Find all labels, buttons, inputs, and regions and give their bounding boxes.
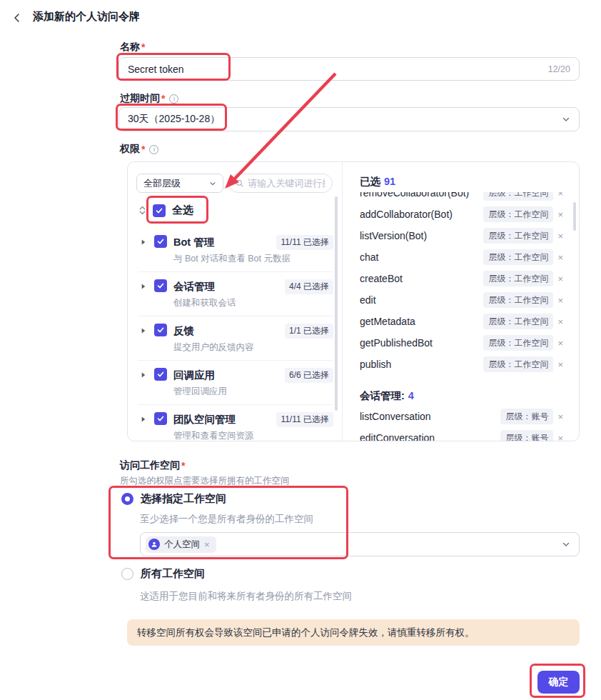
remove-icon[interactable]: × <box>557 231 563 241</box>
permission-name: edit <box>360 294 376 306</box>
remove-icon[interactable]: × <box>557 317 563 326</box>
select-all-checkbox[interactable] <box>153 204 166 217</box>
remove-icon[interactable]: × <box>557 210 563 219</box>
required-asterisk: * <box>181 460 185 471</box>
option-all-workspaces[interactable]: 所有工作空间 <box>121 567 205 581</box>
remove-icon[interactable]: × <box>557 296 563 305</box>
permission-name: removeCollaborator(Bot) <box>360 192 469 199</box>
chevron-left-icon <box>12 13 22 23</box>
selected-count: 91 <box>384 176 395 187</box>
caret-right-icon[interactable] <box>138 371 148 398</box>
required-asterisk: * <box>161 93 165 104</box>
permission-name: chat <box>360 251 378 263</box>
radio-selected-icon[interactable] <box>121 493 133 505</box>
name-input[interactable] <box>128 64 548 75</box>
caret-right-icon[interactable] <box>138 416 148 441</box>
permission-name: getMetadata <box>360 316 415 327</box>
group-checkbox[interactable] <box>154 279 167 292</box>
group-checkbox[interactable] <box>154 324 167 336</box>
group-desc: 管理回调应用 <box>173 386 333 398</box>
permission-group-row[interactable]: Bot 管理11/11 已选择 与 Bot 对话和查看 Bot 元数据 <box>138 228 333 272</box>
permission-group-row[interactable]: 回调应用6/6 已选择 管理回调应用 <box>138 361 333 405</box>
collapse-all-icon[interactable] <box>138 205 146 216</box>
caret-right-icon[interactable] <box>138 327 148 354</box>
remove-icon[interactable]: × <box>557 339 563 348</box>
confirm-button[interactable]: 确定 <box>537 671 580 694</box>
search-input[interactable] <box>248 178 325 189</box>
group-name: 团队空间管理 <box>173 413 236 426</box>
warning-banner: 转移空间所有权会导致该空间已申请的个人访问令牌失效，请慎重转移所有权。 <box>127 619 580 646</box>
permission-panel: 全部层级 全选 <box>127 161 580 441</box>
workspace-tag-label: 个人空间 <box>164 539 200 551</box>
workspace-desc: 所勾选的权限点需要选择所拥有的工作空间 <box>120 475 290 487</box>
level-tag: 层级：工作空间 <box>483 271 553 286</box>
permission-name: publish <box>360 359 391 370</box>
option-desc: 至少选择一个您是所有者身份的工作空间 <box>140 513 313 526</box>
search-icon <box>236 179 243 188</box>
permission-group-row[interactable]: 反馈1/1 已选择 提交用户的反馈内容 <box>138 316 333 361</box>
selected-scrollbar[interactable] <box>573 202 576 231</box>
level-tag: 层级：账号 <box>500 409 553 424</box>
group-desc: 管理和查看空间资源 <box>173 430 333 441</box>
selected-row: listVersion(Bot) 层级：工作空间× <box>360 225 563 246</box>
remove-icon[interactable]: × <box>557 360 563 369</box>
level-tag: 层级：工作空间 <box>483 335 553 351</box>
level-tag: 层级：工作空间 <box>483 228 553 244</box>
permission-group-row[interactable]: 会话管理4/4 已选择 创建和获取会话 <box>138 272 333 316</box>
permission-name: createBot <box>360 273 403 284</box>
selected-row: createBot 层级：工作空间× <box>360 268 563 289</box>
group-checkbox[interactable] <box>154 368 167 381</box>
selected-row: getPublishedBot 层级：工作空间× <box>360 332 563 354</box>
back-button[interactable] <box>9 9 26 26</box>
group-checkbox[interactable] <box>154 235 167 248</box>
permission-search <box>228 174 333 193</box>
group-name: Bot 管理 <box>173 236 214 249</box>
permission-group-row[interactable]: 团队空间管理11/11 已选择 管理和查看空间资源 <box>138 405 333 441</box>
remove-icon[interactable]: × <box>557 274 563 284</box>
group-desc: 创建和获取会话 <box>173 297 333 309</box>
selected-row: removeCollaborator(Bot) 层级：工作空间× <box>360 192 563 204</box>
info-icon: i <box>169 94 178 104</box>
group-selected-badge: 11/11 已选择 <box>276 412 333 427</box>
selected-permissions-pane: 已选91 removeCollaborator(Bot) 层级：工作空间× ad… <box>342 162 579 441</box>
group-name: 反馈 <box>173 324 194 338</box>
workspace-select[interactable]: 个人空间 × <box>140 532 580 556</box>
expire-select[interactable]: 30天（2025-10-28） <box>118 107 580 131</box>
char-counter: 12/20 <box>548 64 570 74</box>
name-label: 名称* <box>120 41 145 54</box>
permission-name: getPublishedBot <box>360 337 433 349</box>
remove-icon[interactable]: × <box>204 540 210 549</box>
caret-right-icon[interactable] <box>138 283 148 309</box>
group-selected-badge: 6/6 已选择 <box>285 368 333 383</box>
permission-name: editConversation <box>360 432 435 441</box>
level-tag: 层级：工作空间 <box>483 314 553 329</box>
permission-name: addCollaborator(Bot) <box>360 209 453 220</box>
remove-icon[interactable]: × <box>557 434 563 441</box>
selected-row: addCollaborator(Bot) 层级：工作空间× <box>360 204 563 225</box>
remove-icon[interactable]: × <box>557 412 563 421</box>
info-icon: i <box>149 145 158 154</box>
tree-scrollbar[interactable] <box>335 196 338 411</box>
group-selected-badge: 4/4 已选择 <box>285 279 333 294</box>
select-all-row[interactable]: 全选 <box>138 204 193 217</box>
option-title: 所有工作空间 <box>141 567 205 581</box>
radio-unselected-icon[interactable] <box>121 568 133 580</box>
permission-label: 权限* i <box>120 143 158 156</box>
caret-right-icon[interactable] <box>138 239 148 265</box>
remove-icon[interactable]: × <box>557 253 563 262</box>
level-tag: 层级：工作空间 <box>483 192 553 201</box>
selected-row: editConversation 层级：账号× <box>360 427 563 441</box>
page-title: 添加新的个人访问令牌 <box>33 10 140 24</box>
group-desc: 提交用户的反馈内容 <box>173 341 333 354</box>
level-tag: 层级：工作空间 <box>483 292 553 308</box>
permission-name: listVersion(Bot) <box>360 230 427 241</box>
workspace-label: 访问工作空间* <box>120 459 185 472</box>
select-all-label: 全选 <box>172 204 193 217</box>
option-specified-workspace[interactable]: 选择指定工作空间 <box>121 492 226 506</box>
remove-icon[interactable]: × <box>557 192 563 198</box>
permission-tree-pane: 全部层级 全选 <box>128 162 342 441</box>
selected-row: publish 层级：工作空间× <box>360 354 563 375</box>
group-checkbox[interactable] <box>154 412 167 425</box>
level-filter-select[interactable]: 全部层级 <box>136 174 223 193</box>
group-name: 会话管理 <box>173 280 215 294</box>
